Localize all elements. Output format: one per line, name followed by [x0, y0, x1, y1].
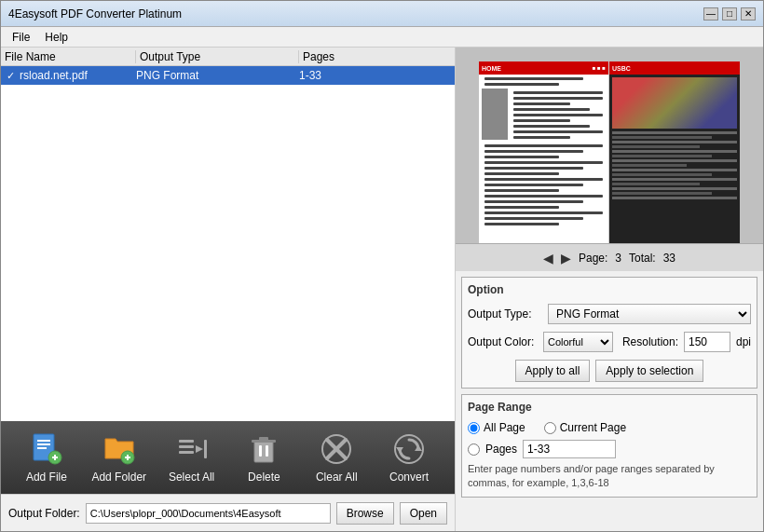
apply-row: Apply to all Apply to selection [468, 360, 751, 382]
svg-rect-9 [127, 455, 129, 460]
current-page-label: Current Page [560, 421, 626, 434]
options-title: Option [468, 283, 751, 296]
svg-rect-15 [254, 442, 273, 462]
row-filename: rsload.net.pdf [20, 69, 136, 82]
apply-to-all-button[interactable]: Apply to all [515, 360, 591, 382]
title-bar: 4Easysoft PDF Converter Platinum — □ ✕ [1, 1, 763, 27]
svg-rect-18 [259, 445, 262, 457]
preview-image: HOME ■ ■ ■ [479, 61, 740, 257]
convert-button[interactable]: Convert [376, 431, 442, 484]
row-outputtype: PNG Format [136, 69, 299, 82]
svg-rect-14 [204, 440, 207, 458]
open-button[interactable]: Open [400, 502, 447, 525]
page-range-section: Page Range All Page Current Page Pages [461, 394, 757, 498]
preview-thumbnail: HOME ■ ■ ■ [479, 61, 740, 257]
select-all-label: Select All [169, 471, 214, 484]
close-button[interactable]: ✕ [741, 7, 756, 20]
svg-rect-11 [179, 445, 194, 448]
pages-row: Pages [468, 440, 751, 458]
all-page-radio[interactable] [468, 422, 480, 434]
output-folder-label: Output Folder: [8, 507, 80, 520]
add-folder-button[interactable]: Add Folder [87, 431, 152, 484]
row-pages: 1-33 [299, 69, 455, 82]
output-bar: Output Folder: Browse Open [1, 494, 455, 531]
thumb-left: HOME ■ ■ ■ [479, 61, 609, 257]
svg-rect-12 [179, 451, 194, 454]
output-type-row: Output Type: PNG Format [468, 304, 751, 324]
output-type-label: Output Type: [468, 307, 542, 321]
page-range-title: Page Range [468, 401, 751, 414]
output-path-input[interactable] [86, 503, 331, 524]
svg-rect-6 [54, 455, 56, 460]
apply-to-selection-button[interactable]: Apply to selection [595, 360, 703, 382]
next-page-button[interactable]: ▶ [561, 251, 571, 266]
prev-page-button[interactable]: ◀ [543, 251, 553, 266]
add-file-button[interactable]: Add File [14, 431, 79, 484]
dpi-label: dpi [736, 335, 751, 348]
table-header: File Name Output Type Pages [1, 48, 455, 66]
svg-rect-3 [37, 447, 47, 449]
row-checkbox[interactable]: ✓ [1, 70, 20, 82]
all-page-radio-item: All Page [468, 421, 525, 434]
total-number: 33 [663, 252, 675, 265]
options-section: Option Output Type: PNG Format Output Co… [461, 277, 757, 389]
resolution-input[interactable] [684, 332, 730, 352]
add-file-label: Add File [26, 471, 67, 484]
menu-help[interactable]: Help [37, 29, 75, 46]
preview-nav: ◀ ▶ Page: 3 Total: 33 [456, 243, 763, 271]
maximize-button[interactable]: □ [722, 7, 737, 20]
page-range-radio-row: All Page Current Page [468, 421, 751, 434]
window-title: 4Easysoft PDF Converter Platinum [8, 7, 182, 20]
main-window: 4Easysoft PDF Converter Platinum — □ ✕ F… [0, 0, 764, 532]
svg-marker-13 [196, 445, 203, 453]
file-table: File Name Output Type Pages ✓ rsload.net… [1, 48, 455, 421]
convert-icon [391, 431, 427, 467]
delete-label: Delete [248, 471, 280, 484]
convert-label: Convert [389, 471, 429, 484]
output-color-select[interactable]: Colorful Grayscale Black&White [543, 332, 613, 352]
add-folder-icon [102, 431, 137, 467]
minimize-button[interactable]: — [703, 7, 718, 20]
main-area: File Name Output Type Pages ✓ rsload.net… [1, 48, 763, 531]
resolution-label: Resolution: [622, 335, 678, 348]
table-row[interactable]: ✓ rsload.net.pdf PNG Format 1-33 [1, 66, 455, 85]
pages-label: Pages [485, 443, 517, 456]
select-all-icon [174, 431, 210, 467]
menu-bar: File Help [1, 27, 763, 48]
page-label: Page: [579, 252, 607, 265]
output-type-select[interactable]: PNG Format [548, 304, 751, 324]
col-header-outputtype: Output Type [136, 50, 299, 63]
svg-rect-1 [37, 440, 50, 442]
pages-radio[interactable] [468, 443, 480, 456]
select-all-button[interactable]: Select All [159, 431, 225, 484]
svg-marker-25 [396, 447, 403, 453]
svg-rect-17 [259, 437, 268, 441]
total-label: Total: [629, 252, 656, 265]
svg-marker-24 [415, 445, 422, 451]
right-panel: HOME ■ ■ ■ [456, 48, 763, 531]
pages-input[interactable] [523, 440, 616, 458]
output-color-label: Output Color: [468, 335, 538, 348]
delete-button[interactable]: Delete [231, 431, 296, 484]
page-range-hint: Enter page numbers and/or page ranges se… [468, 462, 751, 491]
clear-all-label: Clear All [316, 471, 358, 484]
svg-rect-10 [179, 440, 194, 443]
svg-rect-2 [37, 443, 50, 445]
delete-icon [246, 431, 281, 467]
thumb-right: USBC [609, 61, 740, 257]
clear-all-button[interactable]: Clear All [304, 431, 369, 484]
col-header-pages: Pages [299, 50, 455, 63]
browse-button[interactable]: Browse [336, 502, 394, 525]
window-controls: — □ ✕ [703, 7, 756, 20]
page-number: 3 [615, 252, 621, 265]
output-color-row: Output Color: Colorful Grayscale Black&W… [468, 332, 751, 352]
clear-all-icon [319, 431, 354, 467]
add-file-icon [29, 431, 64, 467]
col-header-filename: File Name [1, 50, 136, 63]
current-page-radio[interactable] [544, 422, 556, 434]
preview-area: HOME ■ ■ ■ [456, 48, 763, 271]
all-page-label: All Page [484, 421, 525, 434]
menu-file[interactable]: File [5, 29, 37, 46]
add-folder-label: Add Folder [91, 471, 146, 484]
toolbar: Add File Add Folder [1, 421, 455, 494]
